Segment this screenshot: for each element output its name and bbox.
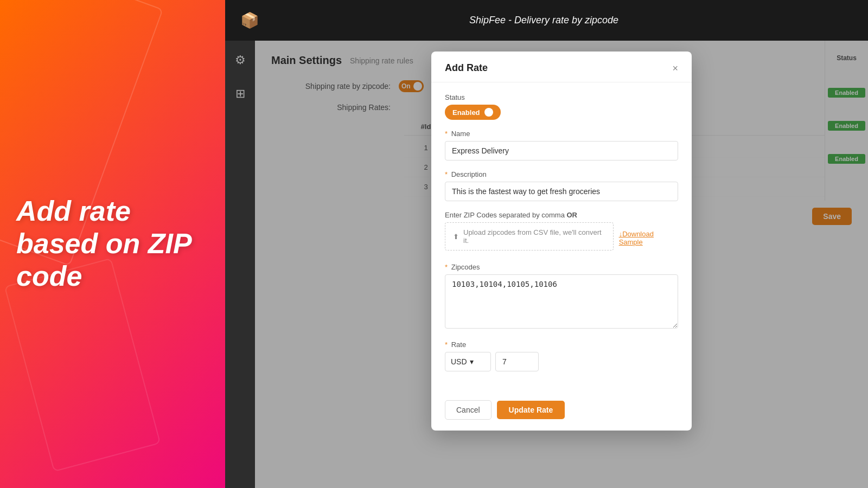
hero-text: Add rate based on ZIP code <box>16 195 201 292</box>
zip-note: Enter ZIP Codes separated by comma OR <box>445 211 678 219</box>
status-toggle[interactable]: Enabled <box>445 105 501 120</box>
left-background: Add rate based on ZIP code <box>0 0 225 488</box>
rate-required: * <box>445 341 448 349</box>
name-required: * <box>445 130 448 138</box>
zip-upload-group: Enter ZIP Codes separated by comma OR ⬆ … <box>445 211 678 253</box>
zipcodes-group: * Zipcodes 10103,10104,10105,10106 <box>445 263 678 331</box>
rate-group: * Rate USD ▾ <box>445 341 678 371</box>
description-group: * Description <box>445 170 678 201</box>
modal-title: Add Rate <box>445 62 488 74</box>
app-title: ShipFee - Delivery rate by zipcode <box>263 15 857 26</box>
status-toggle-knob <box>484 108 493 117</box>
name-group: * Name <box>445 130 678 160</box>
description-required: * <box>445 170 448 178</box>
rate-row: USD ▾ <box>445 352 678 371</box>
logo-icon: 📦 <box>240 11 259 29</box>
upload-icon: ⬆ <box>453 233 459 241</box>
modal-body: Status Enabled * Name <box>431 82 692 392</box>
currency-select[interactable]: USD ▾ <box>445 352 491 371</box>
rate-label: * Rate <box>445 341 678 349</box>
modal-overlay: Add Rate × Status Enabled <box>255 41 868 488</box>
modal-header: Add Rate × <box>431 52 692 82</box>
download-sample-link[interactable]: ↓Download Sample <box>619 230 678 246</box>
description-label: * Description <box>445 170 678 178</box>
update-rate-button[interactable]: Update Rate <box>497 401 565 419</box>
modal-close-button[interactable]: × <box>672 63 678 73</box>
name-input[interactable] <box>445 141 678 160</box>
app-logo: 📦 <box>236 7 263 34</box>
currency-chevron-icon: ▾ <box>470 357 474 366</box>
app-header: 📦 ShipFee - Delivery rate by zipcode <box>225 0 868 41</box>
upload-label: Upload zipcodes from CSV file, we'll con… <box>463 228 605 245</box>
app-body: ⚙ ⊞ Main Settings Shipping rate rules Sh… <box>225 41 868 488</box>
upload-area[interactable]: ⬆ Upload zipcodes from CSV file, we'll c… <box>445 222 614 251</box>
currency-value: USD <box>451 357 467 366</box>
cancel-button[interactable]: Cancel <box>445 400 492 420</box>
upload-row: ⬆ Upload zipcodes from CSV file, we'll c… <box>445 222 678 253</box>
zipcodes-label: * Zipcodes <box>445 263 678 271</box>
zipcodes-textarea[interactable]: 10103,10104,10105,10106 <box>445 274 678 329</box>
status-group: Status Enabled <box>445 93 678 120</box>
app-container: 📦 ShipFee - Delivery rate by zipcode ⚙ ⊞… <box>225 0 868 488</box>
add-rate-modal: Add Rate × Status Enabled <box>431 52 692 431</box>
sidebar-settings-icon[interactable]: ⚙ <box>231 49 250 72</box>
name-label: * Name <box>445 130 678 138</box>
sidebar-grid-icon[interactable]: ⊞ <box>231 82 250 105</box>
status-label: Status <box>445 93 678 101</box>
zipcodes-required: * <box>445 263 448 271</box>
sidebar: ⚙ ⊞ <box>225 41 255 488</box>
modal-footer: Cancel Update Rate <box>431 392 692 431</box>
rate-input[interactable] <box>495 352 539 371</box>
description-input[interactable] <box>445 182 678 201</box>
content-area: Main Settings Shipping rate rules Shippi… <box>255 41 868 488</box>
status-toggle-label: Enabled <box>452 108 480 117</box>
